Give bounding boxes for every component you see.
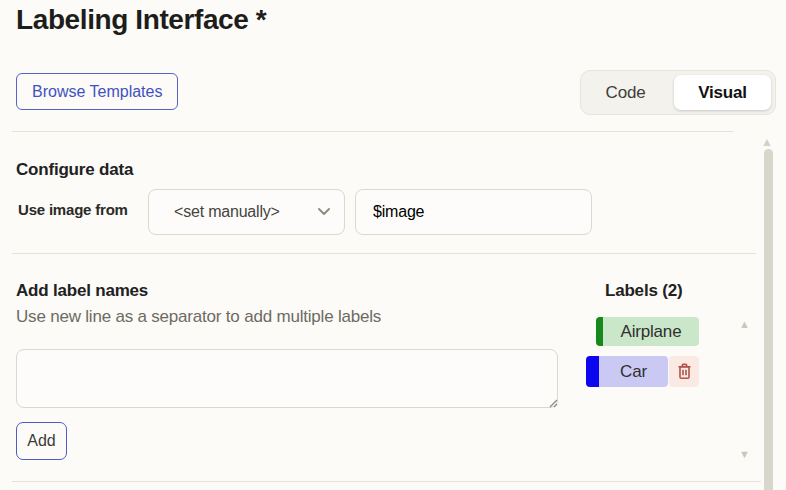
label-chip-airplane[interactable]: Airplane <box>596 317 699 346</box>
trash-icon <box>677 363 692 380</box>
label-color-swatch <box>586 356 599 387</box>
labels-scroll-down-icon[interactable]: ▼ <box>739 449 750 460</box>
divider <box>12 253 756 254</box>
page-title: Labeling Interface * <box>16 4 266 36</box>
scrollbar-thumb[interactable] <box>764 149 773 490</box>
labels-panel-heading: Labels (2) <box>605 281 682 301</box>
tab-visual[interactable]: Visual <box>674 75 771 110</box>
label-color-swatch <box>596 317 603 346</box>
add-button[interactable]: Add <box>16 422 67 460</box>
chevron-down-icon <box>318 208 330 216</box>
image-source-dropdown-value: <set manually> <box>174 203 318 221</box>
label-chip-car[interactable]: Car <box>586 356 699 387</box>
view-toggle: Code Visual <box>580 70 776 115</box>
configure-data-heading: Configure data <box>16 160 133 180</box>
image-source-dropdown[interactable]: <set manually> <box>148 189 345 235</box>
image-value-input[interactable] <box>355 189 592 235</box>
add-label-names-heading: Add label names <box>16 281 148 301</box>
labels-hint-text: Use new line as a separator to add multi… <box>16 307 381 327</box>
browse-templates-button[interactable]: Browse Templates <box>16 73 178 110</box>
labels-scroll-up-icon[interactable]: ▲ <box>739 319 750 330</box>
divider <box>12 481 761 482</box>
tab-code[interactable]: Code <box>581 71 670 114</box>
label-chip-text: Airplane <box>603 317 699 346</box>
label-chip-text: Car <box>599 356 668 387</box>
use-image-from-label: Use image from <box>18 201 128 218</box>
scrollbar-up-icon[interactable]: ▲ <box>761 136 773 148</box>
delete-label-button[interactable] <box>669 356 699 387</box>
label-names-textarea[interactable] <box>16 349 558 408</box>
divider <box>12 131 734 132</box>
